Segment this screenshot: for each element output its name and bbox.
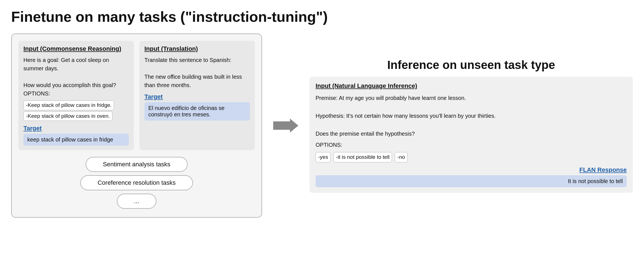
option-yes: -yes — [316, 152, 331, 162]
inference-body: Premise: At my age you will probably hav… — [316, 93, 627, 162]
arrow-container — [273, 119, 298, 133]
inference-title: Inference on unseen task type — [309, 58, 633, 72]
commonsense-line1: Here is a goal: Get a cool sleep on summ… — [23, 56, 129, 73]
bottom-tasks: Sentiment analysis tasks Coreference res… — [18, 157, 255, 209]
inference-card-title: Input (Natural Language Inference) — [316, 82, 627, 90]
commonsense-card-title: Input (Commonsense Reasoning) — [23, 45, 129, 52]
translation-target-value: El nuevo edificio de oficinas se constru… — [144, 102, 250, 121]
option-oven: -Keep stack of pillow cases in oven. — [23, 111, 112, 121]
svg-marker-0 — [273, 119, 298, 133]
translation-card-body: Translate this sentence to Spanish: The … — [144, 56, 250, 89]
inference-option-pills: -yes -it is not possible to tell -no — [316, 151, 627, 162]
commonsense-options-label: OPTIONS: — [23, 89, 129, 98]
commonsense-target-label: Target — [23, 125, 129, 132]
commonsense-options: -Keep stack of pillow cases in fridge. -… — [23, 99, 129, 121]
commonsense-card: Input (Commonsense Reasoning) Here is a … — [18, 41, 134, 150]
option-not-possible: -it is not possible to tell — [333, 152, 392, 162]
commonsense-target-value: keep stack of pillow cases in fridge — [23, 134, 129, 146]
sentiment-task-pill: Sentiment analysis tasks — [86, 157, 188, 172]
main-layout: Input (Commonsense Reasoning) Here is a … — [11, 33, 633, 218]
translation-line1: Translate this sentence to Spanish: — [144, 56, 250, 64]
finetune-tasks-row: Input (Commonsense Reasoning) Here is a … — [18, 41, 255, 150]
commonsense-card-body: Here is a goal: Get a cool sleep on summ… — [23, 56, 129, 121]
option-fridge: -Keep stack of pillow cases in fridge. — [23, 100, 114, 110]
inference-options-label: OPTIONS: — [316, 140, 627, 149]
flan-response-value: It is not possible to tell — [316, 175, 627, 187]
inference-hypothesis: Hypothesis: It's not certain how many le… — [316, 111, 627, 120]
flan-response-label: FLAN Response — [316, 166, 627, 174]
finetune-box: Input (Commonsense Reasoning) Here is a … — [11, 33, 262, 218]
option-no: -no — [395, 152, 407, 162]
translation-card-title: Input (Translation) — [144, 45, 250, 52]
inference-question: Does the premise entail the hypothesis? — [316, 129, 627, 138]
inference-premise: Premise: At my age you will probably hav… — [316, 93, 627, 102]
inference-section: Inference on unseen task type Input (Nat… — [309, 58, 633, 193]
right-arrow-icon — [273, 119, 298, 133]
translation-card: Input (Translation) Translate this sente… — [139, 41, 255, 150]
page-title: Finetune on many tasks ("instruction-tun… — [11, 8, 633, 25]
inference-card: Input (Natural Language Inference) Premi… — [309, 77, 633, 193]
inference-options: OPTIONS: -yes -it is not possible to tel… — [316, 140, 627, 162]
commonsense-line2: How would you accomplish this goal? — [23, 81, 129, 89]
more-tasks-pill: ... — [117, 194, 156, 209]
coreference-task-pill: Coreference resolution tasks — [80, 175, 193, 190]
translation-line2: The new office building was built in les… — [144, 73, 250, 89]
translation-target-label: Target — [144, 93, 250, 100]
